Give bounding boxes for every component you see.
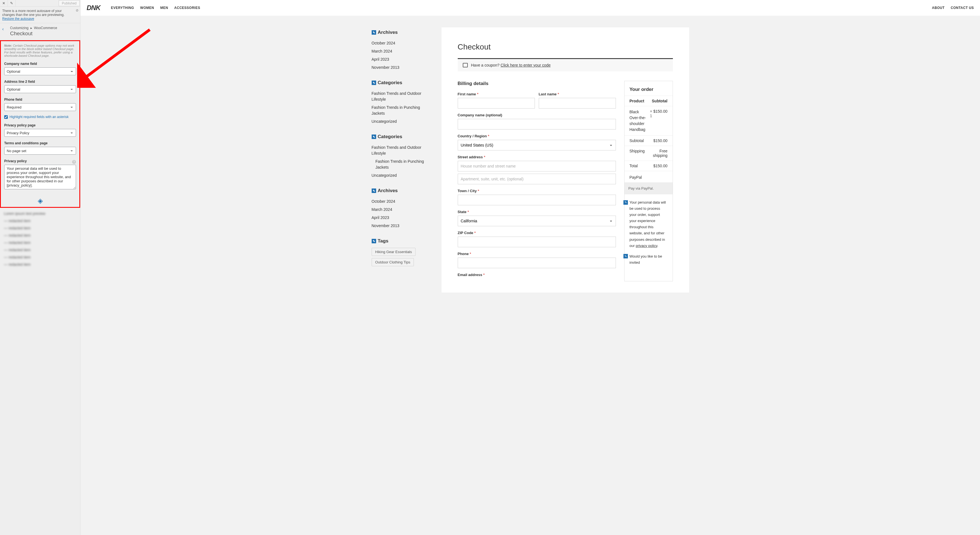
breadcrumb: ‹ Customizing ▸ WooCommerce Checkout bbox=[0, 23, 80, 40]
first-name-input[interactable] bbox=[458, 98, 535, 109]
breadcrumb-root: Customizing bbox=[10, 26, 29, 30]
widget-categories-2: ✎Categories Fashion Trends and Outdoor L… bbox=[372, 134, 430, 180]
list-item[interactable]: October 2024 bbox=[372, 39, 430, 47]
list-item[interactable]: Fashion Trends in Punching Jackets bbox=[372, 157, 430, 171]
nav-contact[interactable]: CONTACT US bbox=[951, 6, 974, 10]
phone-input[interactable] bbox=[458, 257, 616, 268]
autosave-notice: There is a more recent autosave of your … bbox=[0, 7, 80, 23]
list-item[interactable]: Fashion Trends and Outdoor Lifestyle bbox=[372, 89, 430, 104]
privacy-page-select[interactable]: Privacy Policy bbox=[4, 129, 76, 137]
page-title: Checkout bbox=[10, 30, 77, 37]
list-item[interactable]: April 2023 bbox=[372, 55, 430, 64]
edit-icon[interactable]: ✎ bbox=[8, 0, 16, 6]
privacy-policy-textarea[interactable]: Your personal data will be used to proce… bbox=[4, 165, 76, 189]
nav-women[interactable]: WOMEN bbox=[140, 6, 154, 10]
terms-page-select[interactable]: No page set bbox=[4, 147, 76, 155]
note: Note: Certain Checkout page options may … bbox=[1, 41, 80, 60]
addr2-field-label: Address line 2 field bbox=[4, 80, 76, 84]
widget-archives: ✎Archives October 2024 March 2024 April … bbox=[372, 30, 430, 72]
list-item[interactable]: Uncategorized bbox=[372, 117, 430, 126]
secondary-nav: ABOUT CONTACT US bbox=[932, 6, 974, 10]
state-select[interactable]: California bbox=[458, 216, 616, 226]
payment-method-paypal[interactable]: PayPal bbox=[630, 175, 668, 180]
edit-shortcut-icon[interactable]: ✎ bbox=[624, 254, 628, 259]
customizer-logo-icon: ◈ bbox=[1, 193, 80, 207]
back-icon[interactable]: ‹ bbox=[2, 27, 4, 32]
billing-title: Billing details bbox=[458, 81, 616, 86]
breadcrumb-section: WooCommerce bbox=[34, 26, 57, 30]
site-logo[interactable]: DNK bbox=[87, 4, 100, 12]
street-2-input[interactable] bbox=[458, 174, 616, 184]
privacy-text: ✎Your personal data will be used to proc… bbox=[625, 198, 673, 252]
edit-widget-icon[interactable]: ✎ bbox=[372, 239, 376, 243]
coupon-icon bbox=[463, 63, 468, 67]
nav-accessories[interactable]: ACCESSORIES bbox=[174, 6, 200, 10]
phone-field-select[interactable]: Required bbox=[4, 103, 76, 111]
help-icon[interactable]: ? bbox=[72, 160, 76, 164]
privacy-policy-label: Privacy policy bbox=[4, 159, 27, 163]
list-item[interactable]: Uncategorized bbox=[372, 171, 430, 180]
privacy-policy-link[interactable]: privacy policy bbox=[636, 244, 657, 248]
company-field-select[interactable]: Optional bbox=[4, 67, 76, 75]
nav-everything[interactable]: EVERYTHING bbox=[111, 6, 134, 10]
checkout-title: Checkout bbox=[458, 43, 673, 51]
highlight-required-label: Highlight required fields with an asteri… bbox=[10, 115, 68, 119]
highlight-required-checkbox[interactable] bbox=[4, 115, 8, 119]
widget-archives-2: ✎Archives October 2024 March 2024 April … bbox=[372, 188, 430, 230]
order-summary: Your order Product Subtotal Black Over-t… bbox=[624, 81, 673, 281]
list-item[interactable]: October 2024 bbox=[372, 198, 430, 206]
edit-widget-icon[interactable]: ✎ bbox=[372, 188, 376, 193]
order-title: Your order bbox=[625, 87, 673, 96]
widget-sidebar: ✎Archives October 2024 March 2024 April … bbox=[372, 27, 430, 292]
coupon-bar: Have a coupon? Click here to enter your … bbox=[458, 58, 673, 71]
street-1-input[interactable] bbox=[458, 161, 616, 171]
edit-shortcut-icon[interactable]: ✎ bbox=[624, 200, 628, 205]
dismiss-icon[interactable]: ⊘ bbox=[76, 8, 78, 12]
nav-men[interactable]: MEN bbox=[160, 6, 168, 10]
last-name-input[interactable] bbox=[539, 98, 616, 109]
main-nav: EVERYTHING WOMEN MEN ACCESSORIES bbox=[111, 6, 200, 10]
zip-input[interactable] bbox=[458, 236, 616, 247]
tag-pill[interactable]: Hiking Gear Essentials bbox=[372, 248, 416, 256]
list-item[interactable]: November 2013 bbox=[372, 64, 430, 72]
list-item[interactable]: March 2024 bbox=[372, 206, 430, 214]
country-select[interactable]: United States (US) bbox=[458, 140, 616, 150]
edit-widget-icon[interactable]: ✎ bbox=[372, 81, 376, 85]
list-item[interactable]: Fashion Trends in Punching Jackets bbox=[372, 104, 430, 117]
widget-categories: ✎Categories Fashion Trends and Outdoor L… bbox=[372, 80, 430, 126]
preview-pane: DNK EVERYTHING WOMEN MEN ACCESSORIES ABO… bbox=[81, 0, 980, 535]
close-button[interactable]: ✕ bbox=[0, 0, 8, 6]
list-item[interactable]: Fashion Trends and Outdoor Lifestyle bbox=[372, 144, 430, 157]
payment-description: Pay via PayPal. bbox=[625, 182, 673, 194]
phone-field-label: Phone field bbox=[4, 97, 76, 102]
company-input[interactable] bbox=[458, 119, 616, 129]
publish-status[interactable]: Published bbox=[59, 0, 80, 6]
addr2-field-select[interactable]: Optional bbox=[4, 85, 76, 93]
customizer-panel: ✕ ✎ Published There is a more recent aut… bbox=[0, 0, 81, 535]
terms-page-label: Terms and conditions page bbox=[4, 141, 76, 145]
autosave-text: There is a more recent autosave of your … bbox=[2, 9, 65, 17]
edit-widget-icon[interactable]: ✎ bbox=[372, 30, 376, 35]
blurred-panel: Lorem ipsum text preview— redacted item—… bbox=[0, 208, 80, 279]
checkout-content: Checkout Have a coupon? Click here to en… bbox=[442, 27, 689, 292]
list-item[interactable]: November 2013 bbox=[372, 222, 430, 230]
company-field-label: Company name field bbox=[4, 62, 76, 66]
restore-autosave-link[interactable]: Restore the autosave bbox=[2, 17, 34, 21]
widget-tags: ✎Tags Hiking Gear Essentials Outdoor Clo… bbox=[372, 238, 430, 268]
list-item[interactable]: March 2024 bbox=[372, 47, 430, 55]
city-input[interactable] bbox=[458, 195, 616, 205]
coupon-link[interactable]: Click here to enter your code bbox=[501, 63, 550, 67]
privacy-page-label: Privacy policy page bbox=[4, 123, 76, 127]
list-item[interactable]: April 2023 bbox=[372, 214, 430, 222]
edit-widget-icon[interactable]: ✎ bbox=[372, 134, 376, 139]
site-header: DNK EVERYTHING WOMEN MEN ACCESSORIES ABO… bbox=[81, 0, 980, 16]
mailpoet-optin: ✎Would you like to be invited bbox=[625, 252, 673, 269]
customizer-topbar: ✕ ✎ Published bbox=[0, 0, 80, 7]
nav-about[interactable]: ABOUT bbox=[932, 6, 945, 10]
settings-highlight: Note: Certain Checkout page options may … bbox=[0, 40, 80, 208]
billing-details: Billing details First name * Last name *… bbox=[458, 81, 616, 281]
tag-pill[interactable]: Outdoor Clothing Tips bbox=[372, 258, 414, 266]
